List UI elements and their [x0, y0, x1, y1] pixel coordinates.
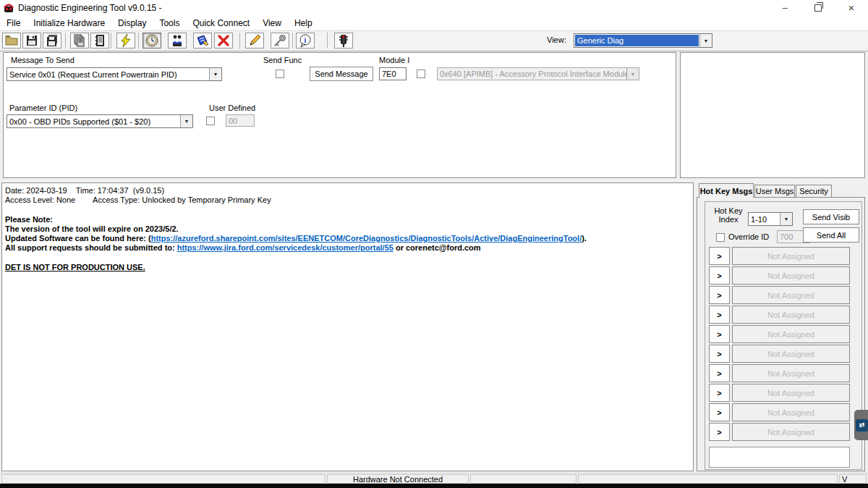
module-id-input[interactable]: 7E0 — [379, 67, 407, 80]
support-portal-link[interactable]: https://www.jira.ford.com/servicedesk/cu… — [177, 243, 393, 252]
arrow-right-icon: > — [717, 252, 721, 261]
log-note-software-suffix: ). — [582, 234, 587, 243]
notebook-button[interactable] — [90, 33, 109, 49]
lightning-icon — [119, 33, 133, 48]
arrow-right-icon: > — [717, 291, 721, 300]
pencil-button[interactable] — [245, 33, 264, 49]
arrow-right-icon: > — [717, 389, 721, 397]
clock-button[interactable] — [142, 33, 161, 49]
module-id-value: 7E0 — [382, 70, 396, 78]
hotkey-slot-label: Not Assigned — [767, 252, 814, 261]
hotkey-send-button-8[interactable]: > — [709, 384, 730, 402]
save-all-button[interactable] — [43, 33, 61, 49]
user-defined-input[interactable]: 00 — [226, 114, 255, 127]
send-message-button[interactable]: Send Message — [310, 67, 373, 81]
open-button[interactable] — [2, 33, 21, 49]
software-update-link[interactable]: https://azureford.sharepoint.com/sites/E… — [151, 234, 582, 243]
tab-security[interactable]: Security — [796, 185, 832, 198]
menu-item-help[interactable]: Help — [288, 17, 319, 30]
menu-item-quick-connect[interactable]: Quick Connect — [186, 17, 256, 30]
hotkey-detail-box — [709, 447, 850, 468]
menu-item-display[interactable]: Display — [111, 17, 153, 30]
hotkey-slot-6[interactable]: Not Assigned — [732, 345, 850, 363]
hotkey-slot-10[interactable]: Not Assigned — [732, 423, 850, 441]
hotkey-slot-8[interactable]: Not Assigned — [732, 384, 850, 402]
hotkey-slot-label: Not Assigned — [767, 311, 814, 319]
hot-key-index-label-line1: Hot Key — [710, 206, 747, 215]
clock-icon — [145, 33, 159, 48]
minimize-button[interactable]: – — [768, 0, 801, 15]
remote-control-icon: ⇄ — [856, 419, 868, 432]
note-edit-button[interactable] — [193, 33, 212, 49]
override-id-checkbox[interactable] — [716, 233, 725, 242]
hot-key-index-select[interactable]: 1-10 ▼ — [748, 212, 793, 226]
hotkey-send-button-7[interactable]: > — [709, 364, 730, 382]
user-defined-value: 00 — [229, 117, 237, 125]
view-select[interactable]: Generic Diag ▼ — [574, 33, 712, 48]
hotkey-send-button-5[interactable]: > — [709, 325, 730, 343]
hotkey-slot-3[interactable]: Not Assigned — [732, 286, 850, 304]
traffic-light-icon — [336, 33, 351, 48]
toolbar-separator — [138, 33, 139, 49]
user-defined-checkbox[interactable] — [206, 117, 215, 125]
hotkey-send-button-9[interactable]: > — [709, 403, 730, 421]
arrow-right-icon: > — [717, 369, 721, 378]
send-visible-button[interactable]: Send Visib — [803, 209, 859, 224]
hotkey-slot-5[interactable]: Not Assigned — [732, 325, 850, 343]
tab-hot-key-msgs[interactable]: Hot Key Msgs — [699, 183, 754, 198]
network-users-button[interactable] — [168, 33, 187, 49]
hotkey-slot-label: Not Assigned — [767, 408, 814, 417]
hotkey-groupbox: Hot Key Index 1-10 ▼ Send Visib Override… — [705, 201, 862, 470]
module-checkbox[interactable] — [417, 70, 425, 78]
message-to-send-select[interactable]: Service 0x01 (Request Current Powertrain… — [7, 67, 222, 81]
delete-button[interactable] — [214, 33, 233, 49]
hotkey-send-button-3[interactable]: > — [709, 286, 730, 304]
message-send-panel: Message To Send Service 0x01 (Request Cu… — [3, 52, 676, 178]
hotkey-send-button-6[interactable]: > — [709, 345, 730, 363]
open-folder-icon — [4, 33, 19, 48]
hotkey-send-button-4[interactable]: > — [709, 306, 730, 324]
restore-button[interactable] — [801, 0, 835, 15]
pid-label: Parameter ID (PID) — [9, 104, 77, 112]
hotkey-send-button-1[interactable]: > — [709, 247, 730, 265]
send-func-checkbox[interactable] — [276, 70, 284, 78]
menu-item-initialize-hardware[interactable]: Initialize Hardware — [27, 17, 111, 30]
copy-button[interactable] — [70, 33, 89, 49]
info-button[interactable]: i — [296, 33, 315, 49]
menu-item-view[interactable]: View — [256, 17, 288, 30]
tab-hot-key-msgs-label: Hot Key Msgs — [700, 187, 753, 195]
message-to-send-value: Service 0x01 (Request Current Powertrain… — [7, 68, 209, 80]
hotkey-slot-1[interactable]: Not Assigned — [732, 247, 850, 265]
hotkey-slot-7[interactable]: Not Assigned — [732, 364, 850, 382]
bottom-strip — [0, 484, 868, 488]
save-button[interactable] — [22, 33, 41, 49]
status-segment-4 — [578, 474, 838, 484]
traffic-light-button[interactable] — [334, 33, 353, 49]
menu-item-tools[interactable]: Tools — [153, 17, 186, 30]
log-note-support-suffix: or corenetc@ford.com — [393, 243, 481, 252]
module-select[interactable]: 0x640 [APIMB] - Accessory Protocol Inter… — [437, 67, 639, 80]
view-select-value: Generic Diag — [575, 35, 699, 46]
hotkey-slot-2[interactable]: Not Assigned — [732, 266, 850, 285]
key-button[interactable] — [271, 33, 289, 49]
app-icon — [3, 2, 14, 14]
hotkey-send-button-10[interactable]: > — [709, 423, 730, 441]
log-production-warning: DET IS NOT FOR PRODUCTION USE. — [5, 263, 145, 272]
chevron-down-icon: ▼ — [180, 115, 192, 127]
chevron-down-icon: ▼ — [209, 68, 221, 80]
toolbar-separator — [65, 33, 66, 49]
send-all-button[interactable]: Send All — [803, 227, 859, 243]
log-note-support-prefix: All support requests should be submitted… — [5, 243, 177, 252]
tab-user-msgs[interactable]: User Msgs — [754, 185, 795, 198]
chevron-down-icon: ▼ — [699, 34, 712, 47]
close-button[interactable]: × — [835, 0, 868, 15]
hotkey-slot-4[interactable]: Not Assigned — [732, 306, 850, 324]
menu-item-file[interactable]: File — [0, 17, 27, 30]
hotkey-send-button-2[interactable]: > — [709, 266, 730, 285]
remote-control-overlay[interactable]: ⇄ — [854, 410, 868, 440]
status-hardware: Hardware Not Connected — [327, 474, 469, 484]
hotkey-slot-9[interactable]: Not Assigned — [732, 403, 850, 421]
hotkey-slot-label: Not Assigned — [767, 291, 814, 300]
lightning-button[interactable] — [116, 33, 135, 49]
pid-select[interactable]: 0x00 - OBD PIDs Supported ($01 - $20) ▼ — [7, 114, 193, 128]
